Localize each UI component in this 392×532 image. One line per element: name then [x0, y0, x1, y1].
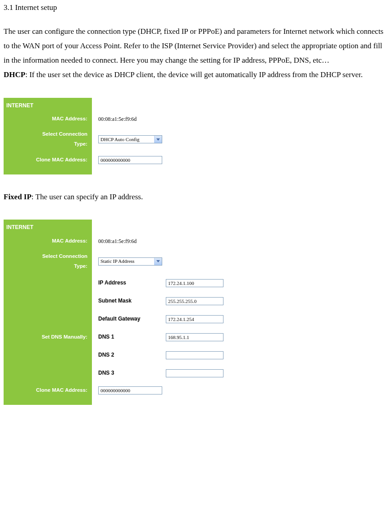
label-clone-mac: Clone MAC Address: — [4, 152, 92, 168]
label-ip-address: IP Address — [98, 278, 161, 288]
input-clone-mac[interactable] — [98, 156, 162, 164]
input-dns1[interactable] — [166, 333, 223, 341]
chevron-down-icon — [154, 136, 162, 143]
select-connection-type-value: Static IP Address — [100, 257, 134, 266]
label-set-dns-manually: Set DNS Manually: — [4, 328, 92, 346]
select-connection-type-value: DHCP Auto Config — [100, 135, 139, 144]
input-ip-address[interactable] — [166, 279, 223, 287]
intro-paragraph: The user can configure the connection ty… — [4, 24, 388, 68]
dhcp-paragraph: DHCP: If the user set the device as DHCP… — [4, 68, 388, 82]
panel-header: INTERNET — [4, 220, 92, 234]
value-mac-address: 00:08:a1:5e:f9:6d — [98, 114, 137, 124]
label-dns3: DNS 3 — [98, 368, 161, 378]
chevron-down-icon — [154, 258, 162, 265]
input-dns3[interactable] — [166, 369, 223, 377]
input-subnet-mask[interactable] — [166, 297, 223, 305]
value-mac-address: 00:08:a1:5e:f9:6d — [98, 236, 137, 247]
input-dns2[interactable] — [166, 351, 223, 359]
label-dns1: DNS 1 — [98, 332, 161, 342]
label-mac-address: MAC Address: — [4, 234, 92, 249]
internet-panel-dhcp: INTERNET MAC Address: 00:08:a1:5e:f9:6d … — [4, 98, 388, 174]
dhcp-text: : If the user set the device as DHCP cli… — [25, 70, 363, 79]
dhcp-label: DHCP — [4, 70, 25, 79]
label-connection-type: Select Connection Type: — [4, 249, 92, 274]
fixedip-text: : The user can specify an IP address. — [32, 193, 143, 201]
label-default-gateway: Default Gateway — [98, 314, 161, 324]
fixedip-paragraph: Fixed IP: The user can specify an IP add… — [4, 190, 388, 204]
panel-header: INTERNET — [4, 98, 92, 112]
select-connection-type[interactable]: DHCP Auto Config — [98, 135, 162, 143]
input-default-gateway[interactable] — [166, 315, 223, 323]
label-connection-type: Select Connection Type: — [4, 127, 92, 152]
fixedip-label: Fixed IP — [4, 193, 32, 201]
label-dns2: DNS 2 — [98, 350, 161, 360]
label-mac-address: MAC Address: — [4, 111, 92, 127]
select-connection-type[interactable]: Static IP Address — [98, 257, 162, 266]
input-clone-mac[interactable] — [98, 386, 162, 394]
internet-panel-fixedip: INTERNET MAC Address: 00:08:a1:5e:f9:6d … — [4, 220, 388, 404]
label-subnet-mask: Subnet Mask — [98, 296, 161, 306]
section-title: 3.1 Internet setup — [4, 2, 388, 14]
label-clone-mac: Clone MAC Address: — [4, 382, 92, 399]
